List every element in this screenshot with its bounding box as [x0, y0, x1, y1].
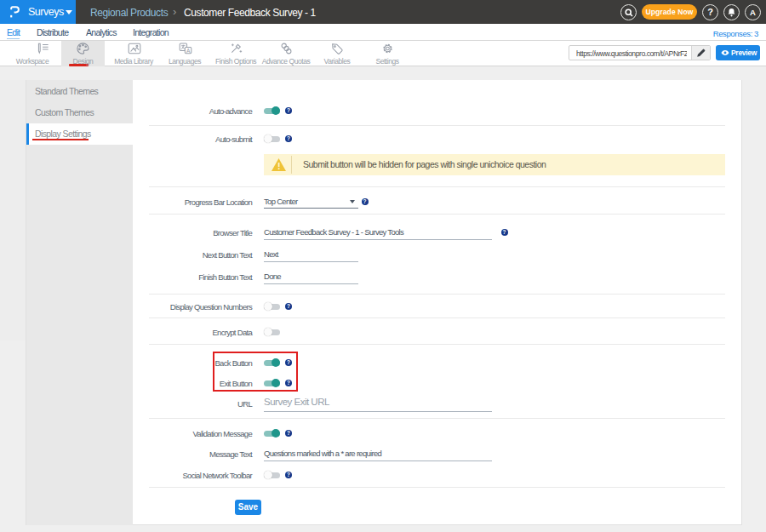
svg-text:A: A: [186, 48, 191, 54]
